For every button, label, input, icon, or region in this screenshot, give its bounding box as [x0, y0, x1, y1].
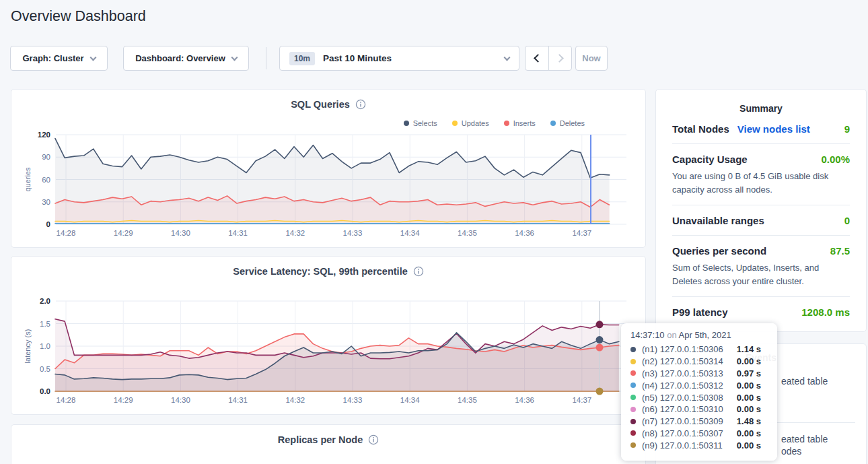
y-axis-label: queries	[24, 167, 32, 192]
tooltip-row: (n7) 127.0.0.1:503091.48 s	[630, 416, 768, 428]
node-dot-icon	[630, 370, 636, 376]
chevron-down-icon	[231, 54, 238, 61]
node-dot-icon	[630, 359, 636, 364]
event-item-text[interactable]: eated table	[781, 376, 828, 387]
y-axis-label: latency (s)	[24, 329, 32, 364]
crosshair-dot	[596, 321, 604, 328]
qps-label: Queries per second	[672, 245, 766, 257]
tooltip-on: on	[667, 330, 676, 340]
node-dot-icon	[630, 395, 636, 400]
node-address: (n1) 127.0.0.1:50306	[642, 344, 723, 354]
y-tick-label: 1.0	[40, 342, 50, 350]
qps-desc: Sum of Selects, Updates, Inserts, and De…	[672, 261, 850, 288]
tooltip-date: Apr 5th, 2021	[679, 330, 731, 340]
x-tick-label: 14:34	[400, 396, 420, 404]
tooltip-row: (n4) 127.0.0.1:503120.00 s	[630, 379, 768, 391]
p99-latency-label: P99 latency	[672, 306, 728, 318]
tooltip-row: (n2) 127.0.0.1:503140.00 s	[630, 356, 768, 368]
service-latency-card: Service Latency: SQL, 99th percentile 14…	[11, 256, 646, 415]
tooltip-rows: (n1) 127.0.0.1:503061.14 s(n2) 127.0.0.1…	[630, 343, 768, 451]
capacity-usage-desc: You are using 0 B of 4.5 GiB usable disk…	[672, 170, 850, 196]
x-tick-label: 14:35	[458, 229, 477, 237]
node-latency-value: 0.00 s	[737, 380, 761, 391]
dashboard-dropdown[interactable]: Dashboard: Overview	[123, 46, 249, 71]
y-tick-label: 0.0	[40, 387, 50, 395]
crosshair-dot	[596, 344, 604, 352]
time-next-button[interactable]	[548, 46, 571, 70]
chart-title: Replicas per Node	[278, 434, 363, 445]
node-address: (n6) 127.0.0.1:50310	[642, 404, 723, 414]
node-latency-value: 0.97 s	[737, 368, 761, 378]
tooltip-time: 14:37:10	[630, 330, 665, 340]
node-address: (n5) 127.0.0.1:50308	[642, 393, 723, 403]
summary-row-p99: P99 latency 1208.0 ms	[672, 297, 850, 327]
node-latency-value: 0.00 s	[737, 440, 761, 451]
time-nav-buttons	[525, 46, 572, 71]
info-icon[interactable]	[368, 434, 379, 445]
tooltip-row: (n9) 127.0.0.1:503110.00 s	[630, 439, 768, 451]
unavailable-ranges-label: Unavailable ranges	[672, 215, 764, 226]
y-tick-label: 90	[42, 153, 50, 161]
sql-queries-chart[interactable]: 14:2814:2914:3014:3114:3214:3314:3414:35…	[11, 90, 647, 248]
node-address: (n9) 127.0.0.1:50311	[642, 440, 723, 451]
y-tick-label: 30	[42, 198, 50, 206]
capacity-usage-label: Capacity Usage	[672, 154, 748, 165]
x-tick-label: 14:37	[572, 229, 591, 237]
summary-row-unavailable: Unavailable ranges 0	[672, 205, 850, 236]
tooltip-row: (n5) 127.0.0.1:503080.00 s	[630, 391, 768, 403]
node-address: (n2) 127.0.0.1:50314	[642, 356, 723, 366]
event-item-text[interactable]: odes	[781, 446, 801, 457]
view-nodes-list-link[interactable]: View nodes list	[737, 123, 810, 135]
now-button[interactable]: Now	[575, 46, 608, 71]
x-tick-label: 14:31	[228, 229, 248, 237]
y-tick-label: 0.5	[40, 365, 50, 373]
p99-latency-value: 1208.0 ms	[801, 306, 850, 318]
x-tick-label: 14:32	[285, 396, 305, 404]
node-address: (n3) 127.0.0.1:50313	[642, 368, 723, 378]
chevron-down-icon	[504, 54, 511, 61]
summary-title: Summary	[672, 100, 850, 114]
node-dot-icon	[630, 407, 636, 412]
sql-queries-card: SQL Queries SelectsUpdatesInsertsDeletes…	[11, 89, 646, 248]
total-nodes-value: 9	[844, 123, 850, 135]
dashboard-dropdown-label: Dashboard: Overview	[135, 53, 225, 63]
x-tick-label: 14:32	[285, 229, 305, 237]
service-latency-chart[interactable]: 14:2814:2914:3014:3114:3214:3314:3414:35…	[11, 257, 647, 416]
crosshair-dot	[596, 336, 604, 343]
node-latency-value: 0.00 s	[737, 428, 761, 438]
total-nodes-label: Total Nodes	[672, 123, 729, 135]
y-tick-label: 2.0	[40, 297, 50, 305]
summary-row-qps: Queries per second 87.5 Sum of Selects, …	[672, 236, 850, 297]
node-latency-value: 0.00 s	[737, 404, 761, 414]
x-tick-label: 14:30	[171, 229, 190, 237]
x-tick-label: 14:31	[228, 396, 248, 404]
qps-value: 87.5	[830, 245, 850, 257]
node-dot-icon	[630, 383, 636, 388]
chevron-down-icon	[89, 54, 96, 61]
node-dot-icon	[630, 430, 636, 436]
node-address: (n4) 127.0.0.1:50312	[642, 380, 723, 391]
graph-dropdown[interactable]: Graph: Cluster	[10, 46, 108, 71]
node-dot-icon	[630, 442, 636, 448]
summary-row-total-nodes: Total Nodes View nodes list 9	[672, 114, 850, 144]
chevron-left-icon	[534, 54, 542, 63]
crosshair-dot	[596, 388, 604, 395]
node-address: (n8) 127.0.0.1:50307	[642, 428, 723, 438]
x-tick-label: 14:36	[515, 396, 534, 404]
time-range-dropdown[interactable]: 10m Past 10 Minutes	[279, 46, 519, 71]
x-tick-label: 14:28	[57, 396, 76, 404]
event-item-text[interactable]: eated table	[781, 434, 828, 444]
replicas-title-row: Replicas per Node	[11, 434, 645, 445]
x-tick-label: 14:30	[171, 396, 190, 404]
summary-panel: Summary Total Nodes View nodes list 9 Ca…	[655, 89, 867, 332]
x-tick-label: 14:36	[515, 229, 534, 237]
time-range-label: Past 10 Minutes	[323, 53, 497, 63]
node-latency-value: 1.14 s	[737, 344, 761, 354]
summary-row-capacity: Capacity Usage 0.00% You are using 0 B o…	[672, 144, 850, 205]
x-tick-label: 14:29	[114, 396, 133, 404]
time-prev-button[interactable]	[526, 46, 548, 70]
node-latency-value: 1.48 s	[737, 416, 761, 426]
node-dot-icon	[630, 347, 636, 352]
capacity-usage-value: 0.00%	[821, 154, 850, 165]
x-tick-label: 14:28	[57, 229, 76, 237]
